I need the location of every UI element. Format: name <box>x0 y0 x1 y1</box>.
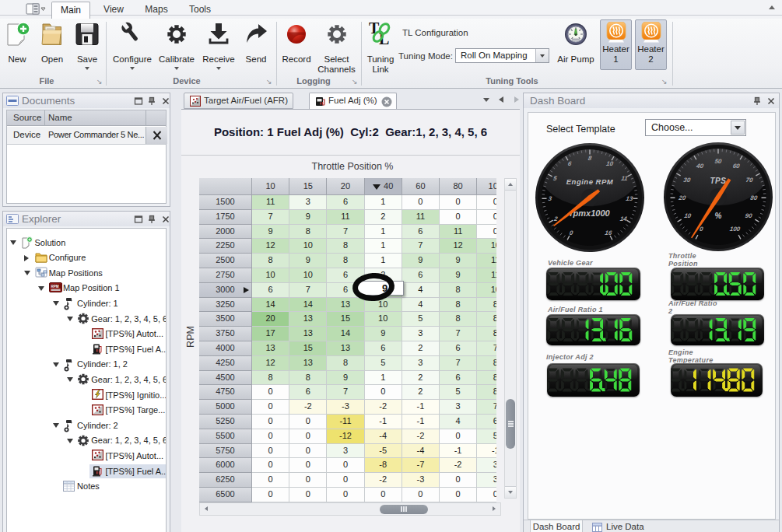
svg-text:100: 100 <box>729 226 741 233</box>
svg-text:TPS: TPS <box>710 177 727 185</box>
svg-text:RPM: RPM <box>51 284 58 288</box>
svg-text:%: % <box>715 212 722 220</box>
svg-text:Engine RPM: Engine RPM <box>566 177 613 186</box>
svg-text:60: 60 <box>732 163 741 170</box>
svg-text:14: 14 <box>619 215 628 222</box>
svg-text:10: 10 <box>684 212 693 219</box>
svg-text:30: 30 <box>683 177 692 184</box>
svg-text:10: 10 <box>605 160 614 167</box>
svg-text:16: 16 <box>604 229 612 236</box>
svg-text:20: 20 <box>678 194 687 201</box>
svg-text:80: 80 <box>750 194 759 201</box>
svg-text:40: 40 <box>696 163 705 170</box>
svg-text:50: 50 <box>714 158 723 165</box>
svg-text:13: 13 <box>625 195 633 202</box>
